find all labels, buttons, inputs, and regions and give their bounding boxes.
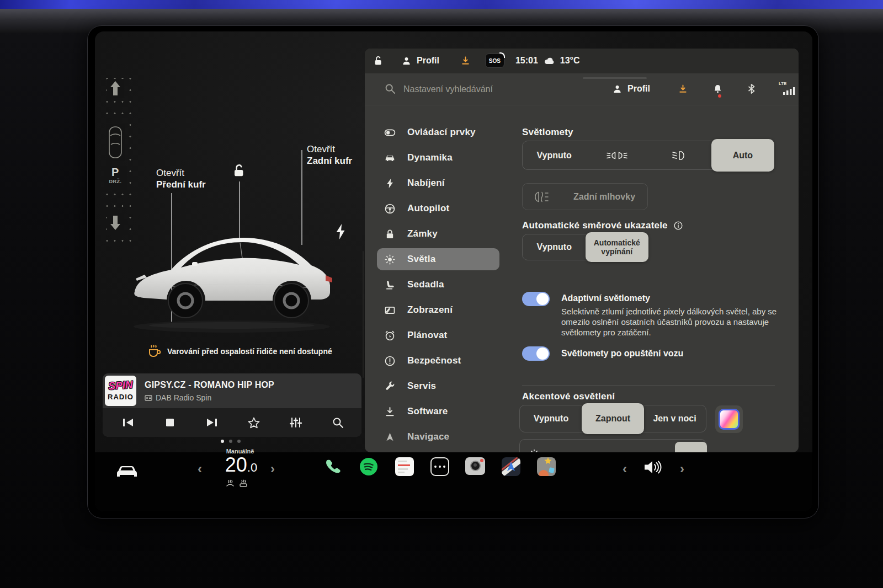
page-dots[interactable]: [221, 440, 241, 443]
parking-lights-option[interactable]: [586, 141, 648, 169]
arcade-app-icon[interactable]: [536, 457, 556, 477]
volume-down-chevron[interactable]: ‹: [623, 462, 627, 475]
update-download-icon[interactable]: [460, 56, 471, 66]
more-apps-button[interactable]: [430, 457, 450, 477]
ambient-led-strip: [0, 0, 883, 9]
sidebar-item-navigation[interactable]: Navigace: [377, 426, 499, 448]
color-swatch: [719, 409, 740, 430]
profile-label[interactable]: Profil: [627, 84, 650, 94]
tesla-touchscreen: P DRŽ. Otevřít Přední kufr Otevřít Zadní…: [95, 31, 812, 511]
navigation-icon: [384, 431, 396, 443]
sidebar-item-dynamics[interactable]: Dynamika: [377, 147, 499, 169]
settings-search-row: Nastavení vyhledávání Profil LTE: [365, 73, 799, 105]
weather-cloud-icon: [543, 56, 555, 66]
temp-down-chevron[interactable]: ‹: [198, 462, 202, 475]
search-icon: [385, 83, 396, 94]
rear-trunk-action: Otevřít: [307, 144, 335, 154]
headlights-auto-option[interactable]: Auto: [711, 139, 774, 172]
low-beam-icon: [671, 150, 690, 161]
creep-back-arrow-icon: [107, 213, 124, 232]
accent-off-option[interactable]: Vypnuto: [520, 405, 582, 432]
sun-icon: [384, 254, 396, 265]
status-bar: Profil SOS 15:01 13°C: [365, 49, 799, 73]
sidebar-item-locks[interactable]: Zámky: [377, 223, 499, 245]
bolt-icon: [384, 178, 396, 189]
left-pane-scrollbar[interactable]: [363, 251, 364, 378]
front-trunk-label[interactable]: Otevřít Přední kufr: [156, 167, 206, 190]
volume-up-chevron[interactable]: ›: [680, 462, 684, 475]
sidebar-item-display[interactable]: Zobrazení: [377, 299, 499, 321]
defrost-rear-icon[interactable]: [239, 479, 248, 488]
calendar-app-icon[interactable]: [395, 457, 414, 477]
phone-app-icon[interactable]: [323, 457, 343, 477]
defrost-front-icon[interactable]: [226, 479, 235, 488]
vehicle-controls-button[interactable]: [115, 462, 139, 482]
sidebar-item-software[interactable]: Software: [377, 400, 499, 423]
lock-icon: [384, 228, 396, 240]
charge-port-bolt-icon[interactable]: [334, 223, 347, 240]
favorite-star-button[interactable]: [233, 408, 275, 437]
station-logo[interactable]: SPIN RADIO: [105, 376, 136, 406]
sos-badge: SOS: [485, 54, 504, 68]
station-logo-bottom: RADIO: [105, 393, 136, 401]
rear-fog-button[interactable]: Zadní mlhovky: [522, 183, 648, 210]
sidebar-item-autopilot[interactable]: Autopilot: [377, 197, 499, 220]
temp-up-chevron[interactable]: ›: [270, 462, 275, 475]
sidebar-item-controls[interactable]: Ovládací prvky: [377, 121, 499, 143]
accent-night-option[interactable]: Jen v noci: [643, 405, 706, 432]
sidebar-item-schedule[interactable]: Plánovat: [377, 324, 499, 346]
dashboard-photo: P DRŽ. Otevřít Přední kufr Otevřít Zadní…: [0, 0, 883, 588]
accent-on-option[interactable]: Zapnout: [582, 403, 644, 434]
exit-lights-label: Světlomety po opuštění vozu: [561, 349, 683, 359]
vehicle-topview-icon: [106, 124, 125, 161]
brightness-slider-handle[interactable]: [675, 442, 707, 452]
accent-brightness-slider[interactable]: [519, 439, 706, 452]
profile-icon[interactable]: [401, 56, 412, 66]
sidebar-item-lights[interactable]: Světla: [377, 248, 499, 270]
steering-wheel-icon: [384, 203, 396, 215]
profile-icon[interactable]: [612, 84, 623, 94]
equalizer-button[interactable]: [275, 408, 317, 437]
next-track-button[interactable]: [191, 408, 233, 437]
camera-app-icon[interactable]: [465, 456, 485, 476]
download-icon: [384, 406, 396, 418]
adaptive-headlights-toggle[interactable]: [522, 292, 550, 306]
rear-trunk-label[interactable]: Otevřít Zadní kufr: [307, 143, 352, 167]
headlights-off-option[interactable]: Vypnuto: [523, 141, 586, 169]
sidebar-item-seats[interactable]: Sedadla: [377, 274, 499, 296]
creep-forward-arrow-icon: [107, 79, 124, 98]
spotify-app-icon[interactable]: [359, 457, 379, 477]
previous-track-button[interactable]: [107, 408, 149, 437]
volume-icon[interactable]: [642, 457, 662, 477]
sidebar-item-service[interactable]: Servis: [377, 375, 499, 397]
unlocked-icon[interactable]: [231, 163, 246, 178]
alert-circle-icon: [384, 355, 396, 367]
sidebar-item-charging[interactable]: Nabíjení: [377, 172, 499, 194]
drowsiness-warning-text: Varování před ospalostí řidiče není dost…: [167, 347, 332, 356]
notifications-bell-icon[interactable]: [712, 83, 723, 94]
controls-icon: [384, 127, 396, 138]
sidebar-item-safety[interactable]: Bezpečnost: [377, 350, 499, 372]
media-search-button[interactable]: [317, 408, 359, 437]
settings-sidebar: Ovládací prvky Dynamika Nabíjení Autopil…: [377, 121, 499, 448]
status-profile-label[interactable]: Profil: [417, 56, 439, 66]
track-title: GIPSY.CZ - ROMANO HIP HOP: [145, 380, 274, 390]
turn-signals-auto-option[interactable]: Automatické vypínání: [586, 232, 649, 262]
download-icon[interactable]: [678, 84, 688, 94]
settings-search-input[interactable]: Nastavení vyhledávání: [403, 84, 493, 94]
maps-app-icon[interactable]: [501, 457, 521, 477]
turn-signals-off-option[interactable]: Vypnuto: [523, 234, 586, 260]
stop-button[interactable]: [149, 408, 191, 437]
front-trunk-target: Přední kufr: [156, 179, 206, 190]
media-now-playing[interactable]: [103, 373, 361, 408]
turn-signals-segmented-control: Vypnuto Automatické vypínání: [522, 234, 648, 260]
temperature-control[interactable]: 20.0: [216, 453, 266, 477]
car-icon: [384, 152, 396, 164]
info-icon[interactable]: [673, 221, 683, 231]
media-source: DAB Radio Spin: [156, 393, 211, 402]
exit-lights-toggle[interactable]: [522, 346, 550, 361]
unlocked-status-icon[interactable]: [373, 55, 384, 67]
low-beam-option[interactable]: [649, 141, 712, 169]
bluetooth-icon[interactable]: [747, 83, 756, 94]
accent-color-picker[interactable]: [715, 405, 743, 433]
